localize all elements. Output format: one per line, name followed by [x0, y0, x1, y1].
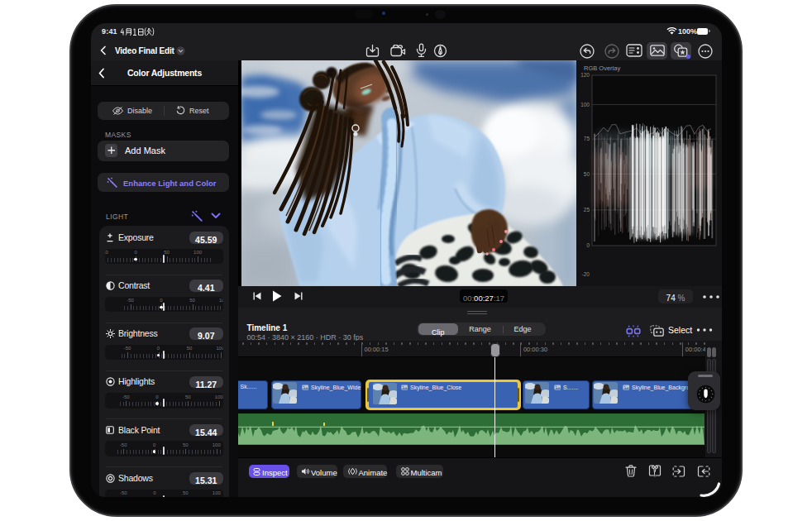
svg-text:50: 50: [584, 171, 590, 177]
svg-text:-20: -20: [582, 271, 590, 277]
svg-text:75: 75: [584, 136, 590, 141]
svg-text:120: 120: [580, 72, 590, 78]
svg-text:0: 0: [586, 242, 590, 248]
svg-text:25: 25: [584, 207, 590, 213]
svg-text:100: 100: [580, 102, 590, 108]
